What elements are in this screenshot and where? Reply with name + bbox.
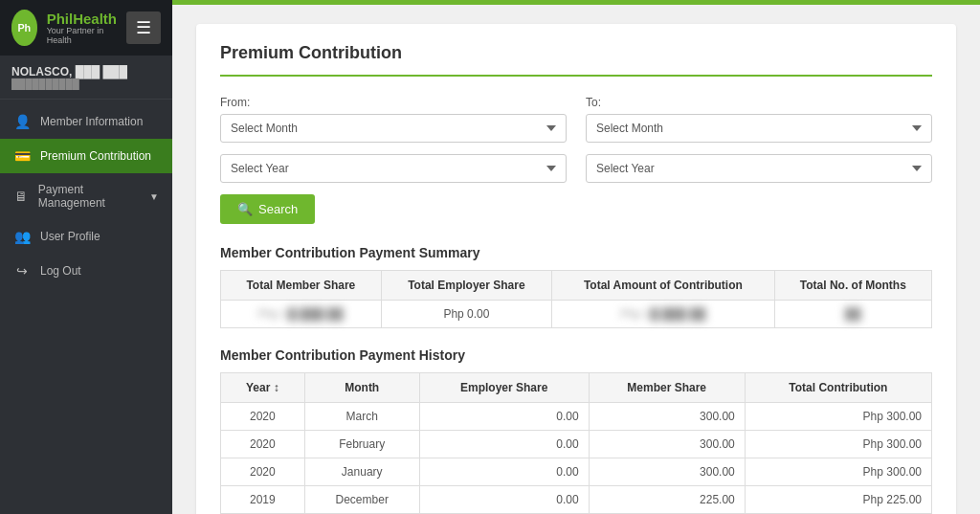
history-col-month: Month bbox=[304, 373, 419, 403]
card-icon: 💳 bbox=[13, 148, 31, 164]
history-col-year[interactable]: Year ↕ bbox=[221, 373, 305, 403]
divider bbox=[220, 75, 932, 77]
sidebar-item-payment-management[interactable]: 🖥 Payment Management ▼ bbox=[0, 173, 172, 219]
user-id: ██████████ bbox=[11, 78, 161, 89]
from-year-select[interactable]: Select Year 20192020202120222023 bbox=[220, 154, 567, 183]
search-icon: 🔍 bbox=[237, 202, 253, 216]
history-year: 2020 bbox=[221, 431, 305, 458]
history-employer-share: 0.00 bbox=[419, 403, 589, 431]
summary-col-employer-share: Total Employer Share bbox=[381, 271, 551, 301]
history-year: 2020 bbox=[221, 458, 305, 486]
history-col-member-share: Member Share bbox=[589, 373, 745, 403]
sidebar-header: Ph PhilHealth Your Partner in Health ☰ bbox=[0, 0, 172, 56]
page-card: Premium Contribution From: Select Month … bbox=[196, 24, 956, 514]
logo-text: PhilHealth Your Partner in Health bbox=[47, 11, 117, 45]
to-label: To: bbox=[586, 96, 932, 109]
user-info: NOLASCO, ███ ███ ██████████ bbox=[0, 56, 172, 100]
history-month: January bbox=[304, 458, 419, 486]
history-title: Member Contribution Payment History bbox=[220, 347, 932, 363]
from-label: From: bbox=[220, 96, 567, 109]
form-row-year: Select Year 20192020202120222023 Select … bbox=[220, 154, 932, 183]
history-member-share: 225.00 bbox=[589, 486, 745, 514]
history-col-employer-share: Employer Share bbox=[419, 373, 589, 403]
history-employer-share: 0.00 bbox=[419, 431, 589, 458]
history-table: Year ↕ Month Employer Share Member Share… bbox=[220, 372, 932, 514]
logo-sub: Your Partner in Health bbox=[47, 26, 117, 45]
history-table-row: 2020 February 0.00 300.00 Php 300.00 bbox=[221, 431, 932, 458]
sidebar-item-label: User Profile bbox=[40, 230, 100, 243]
payment-icon: 🖥 bbox=[13, 189, 29, 204]
content-area: Premium Contribution From: Select Month … bbox=[172, 5, 980, 514]
summary-table: Total Member Share Total Employer Share … bbox=[220, 270, 932, 328]
to-year-select[interactable]: Select Year 20192020202120222023 bbox=[586, 154, 932, 183]
sidebar-item-member-info[interactable]: 👤 Member Information bbox=[0, 104, 172, 139]
sidebar-item-user-profile[interactable]: 👥 User Profile bbox=[0, 219, 172, 254]
history-member-share: 300.00 bbox=[589, 458, 745, 486]
user-name: NOLASCO, ███ ███ bbox=[11, 65, 161, 78]
page-title: Premium Contribution bbox=[220, 43, 932, 63]
chevron-down-icon: ▼ bbox=[149, 191, 159, 202]
history-month: February bbox=[304, 431, 419, 458]
search-button[interactable]: 🔍 Search bbox=[220, 194, 315, 224]
to-group: To: Select Month JanuaryFebruaryMarch Ap… bbox=[586, 96, 932, 143]
summary-total-contribution-value: Php 1█,███.██ bbox=[552, 301, 775, 328]
sidebar-item-log-out[interactable]: ↪ Log Out bbox=[0, 254, 172, 288]
hamburger-button[interactable]: ☰ bbox=[126, 11, 161, 44]
logo-icon: Ph bbox=[11, 10, 37, 46]
sidebar-item-label: Member Information bbox=[40, 115, 143, 128]
to-year-group: Select Year 20192020202120222023 bbox=[586, 154, 932, 183]
summary-col-total-months: Total No. of Months bbox=[774, 271, 931, 301]
from-year-group: Select Year 20192020202120222023 bbox=[220, 154, 567, 183]
history-header-row: Year ↕ Month Employer Share Member Share… bbox=[221, 373, 932, 403]
summary-header-row: Total Member Share Total Employer Share … bbox=[221, 271, 932, 301]
logout-icon: ↪ bbox=[13, 263, 31, 279]
summary-employer-share-value: Php 0.00 bbox=[381, 301, 551, 328]
sidebar-nav: 👤 Member Information 💳 Premium Contribut… bbox=[0, 100, 172, 514]
from-month-select[interactable]: Select Month JanuaryFebruaryMarch AprilM… bbox=[220, 114, 567, 143]
history-total: Php 300.00 bbox=[745, 431, 931, 458]
summary-col-member-share: Total Member Share bbox=[221, 271, 382, 301]
summary-title: Member Contribution Payment Summary bbox=[220, 245, 932, 260]
history-table-row: 2020 January 0.00 300.00 Php 300.00 bbox=[221, 458, 932, 486]
sidebar-item-label: Premium Contribution bbox=[40, 149, 151, 163]
sidebar-item-label: Payment Management bbox=[38, 183, 140, 210]
summary-data-row: Php 1█,███.██ Php 0.00 Php 1█,███.██ ██ bbox=[221, 301, 932, 328]
sort-icon: ↕ bbox=[274, 381, 279, 394]
history-total: Php 300.00 bbox=[745, 403, 931, 431]
form-row-month: From: Select Month JanuaryFebruaryMarch … bbox=[220, 96, 932, 143]
history-total: Php 225.00 bbox=[745, 486, 931, 514]
svg-text:Ph: Ph bbox=[17, 22, 31, 34]
history-employer-share: 0.00 bbox=[419, 458, 589, 486]
sidebar: Ph PhilHealth Your Partner in Health ☰ N… bbox=[0, 0, 172, 514]
history-member-share: 300.00 bbox=[589, 431, 745, 458]
history-month: March bbox=[304, 403, 419, 431]
to-month-select[interactable]: Select Month JanuaryFebruaryMarch AprilM… bbox=[586, 114, 932, 143]
sidebar-item-premium-contribution[interactable]: 💳 Premium Contribution bbox=[0, 139, 172, 173]
summary-total-months-value: ██ bbox=[774, 301, 931, 328]
summary-col-total-contribution: Total Amount of Contribution bbox=[552, 271, 775, 301]
history-month: December bbox=[304, 486, 419, 514]
summary-member-share-value: Php 1█,███.██ bbox=[221, 301, 382, 328]
from-group: From: Select Month JanuaryFebruaryMarch … bbox=[220, 96, 567, 143]
main-content: Premium Contribution From: Select Month … bbox=[172, 0, 980, 514]
history-year: 2019 bbox=[221, 486, 305, 514]
history-table-row: 2019 December 0.00 225.00 Php 225.00 bbox=[221, 486, 932, 514]
search-button-label: Search bbox=[258, 202, 298, 216]
logo-name: PhilHealth bbox=[47, 11, 117, 26]
profile-icon: 👥 bbox=[13, 229, 31, 244]
history-member-share: 300.00 bbox=[589, 403, 745, 431]
person-icon: 👤 bbox=[13, 114, 31, 129]
sidebar-item-label: Log Out bbox=[40, 264, 81, 278]
history-col-total: Total Contribution bbox=[745, 373, 931, 403]
history-employer-share: 0.00 bbox=[419, 486, 589, 514]
history-table-row: 2020 March 0.00 300.00 Php 300.00 bbox=[221, 403, 932, 431]
history-year: 2020 bbox=[221, 403, 305, 431]
history-total: Php 300.00 bbox=[745, 458, 931, 486]
